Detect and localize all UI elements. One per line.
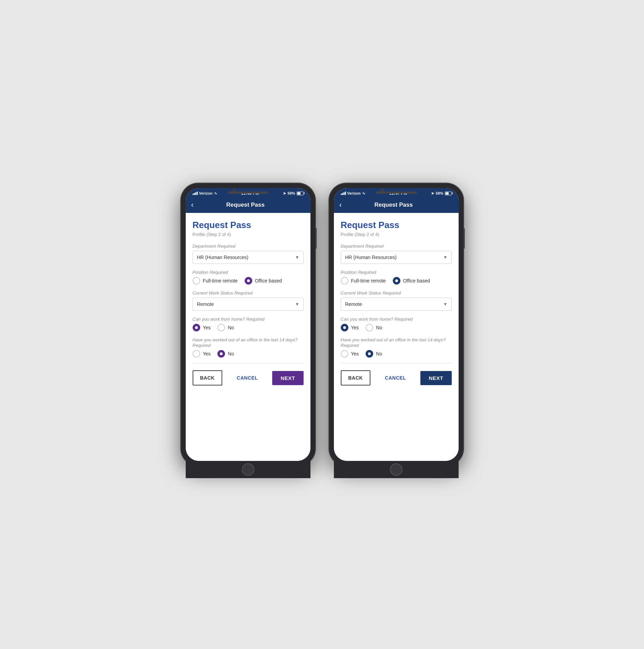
phone-1: Verizon ∿ 11:48 PM ➤ 59% ‹ Request Pass	[181, 183, 315, 466]
battery-fill-2	[446, 192, 449, 195]
button-row-2: BACK CANCEL NEXT	[341, 369, 452, 385]
page-title-1: Request Pass	[193, 220, 304, 230]
status-right-2: ➤ 59%	[431, 191, 451, 196]
screen-2: Verizon ∿ 11:47 PM ➤ 59% ‹ Request Pass	[334, 188, 459, 461]
battery-percent-1: 59%	[287, 191, 295, 195]
back-nav-button-1[interactable]: ‹	[191, 200, 194, 209]
position-radio-group-1: Full-time remote Office based	[193, 277, 304, 285]
position-office-radio-2[interactable]	[393, 277, 400, 285]
back-button-1[interactable]: BACK	[193, 370, 222, 385]
position-remote-option-1[interactable]: Full-time remote	[193, 277, 238, 285]
position-remote-radio-1[interactable]	[193, 277, 200, 285]
wfh-radio-group-1: Yes No	[193, 324, 304, 331]
position-remote-label-1: Full-time remote	[203, 278, 238, 284]
office14-yes-radio-1[interactable]	[193, 350, 200, 358]
wfh-yes-label-2: Yes	[351, 325, 359, 330]
position-remote-option-2[interactable]: Full-time remote	[341, 277, 386, 285]
position-radio-group-2: Full-time remote Office based	[341, 277, 452, 285]
wfh-yes-option-2[interactable]: Yes	[341, 324, 359, 331]
office14-yes-option-2[interactable]: Yes	[341, 350, 359, 358]
office14-yes-label-2: Yes	[351, 351, 359, 357]
button-row-1: BACK CANCEL NEXT	[193, 369, 304, 385]
wifi-icon-1: ∿	[214, 191, 217, 196]
office14-no-radio-2[interactable]	[366, 350, 373, 358]
nav-title-2: Request Pass	[345, 202, 442, 208]
wfh-yes-radio-1[interactable]	[193, 324, 200, 331]
nav-bar-2: ‹ Request Pass	[334, 197, 459, 213]
office14-no-radio-1[interactable]	[217, 350, 225, 358]
carrier-1: Verizon	[199, 191, 213, 195]
wfh-radio-group-2: Yes No	[341, 324, 452, 331]
office14-yes-radio-2[interactable]	[341, 350, 348, 358]
wfh-yes-label-1: Yes	[203, 325, 211, 330]
phones-container: Verizon ∿ 11:48 PM ➤ 59% ‹ Request Pass	[181, 183, 463, 466]
home-button-2[interactable]	[390, 463, 402, 476]
position-office-label-2: Office based	[403, 278, 430, 284]
dept-select-wrapper-2: HR (Human Resources) ▼	[341, 251, 452, 264]
position-remote-radio-2[interactable]	[341, 277, 348, 285]
status-left-2: Verizon ∿	[341, 191, 365, 196]
position-office-option-2[interactable]: Office based	[393, 277, 430, 285]
wfh-no-radio-1[interactable]	[217, 324, 225, 331]
page-subtitle-1: Profile (Step 2 of 4)	[193, 232, 304, 237]
office14-label-1: Have you worked out of an office in the …	[193, 337, 304, 348]
position-label-2: Position Required	[341, 269, 452, 275]
workstatus-label-2: Current Work Status Required	[341, 290, 452, 296]
office14-no-option-1[interactable]: No	[217, 350, 234, 358]
battery-icon-2	[445, 192, 452, 195]
office14-label-2: Have you worked out of an office in the …	[341, 337, 452, 348]
workstatus-select-1[interactable]: Remote	[193, 298, 304, 311]
office14-no-label-1: No	[228, 351, 234, 357]
position-label-1: Position Required	[193, 269, 304, 275]
phone-2: Verizon ∿ 11:47 PM ➤ 59% ‹ Request Pass	[329, 183, 463, 466]
status-left-1: Verizon ∿	[193, 191, 217, 196]
status-bar-2: Verizon ∿ 11:47 PM ➤ 59%	[334, 188, 459, 197]
battery-icon-1	[297, 192, 304, 195]
location-icon-1: ➤	[283, 191, 286, 196]
office14-no-label-2: No	[376, 351, 382, 357]
back-button-2[interactable]: BACK	[341, 370, 370, 385]
office14-radio-group-1: Yes No	[193, 350, 304, 358]
position-office-label-1: Office based	[255, 278, 282, 284]
nav-title-1: Request Pass	[197, 202, 294, 208]
office14-yes-option-1[interactable]: Yes	[193, 350, 211, 358]
wfh-label-1: Can you work from home? Required	[193, 316, 304, 322]
office14-yes-label-1: Yes	[203, 351, 211, 357]
wfh-yes-option-1[interactable]: Yes	[193, 324, 211, 331]
dept-select-1[interactable]: HR (Human Resources)	[193, 251, 304, 264]
dept-label-1: Department Required	[193, 243, 304, 249]
wfh-no-option-1[interactable]: No	[217, 324, 234, 331]
time-2: 11:47 PM	[389, 191, 407, 196]
wfh-yes-radio-2[interactable]	[341, 324, 348, 331]
page-title-2: Request Pass	[341, 220, 452, 230]
signal-icon-2	[341, 192, 346, 195]
camera-2	[381, 189, 384, 192]
camera-1	[233, 189, 236, 192]
workstatus-select-wrapper-1: Remote ▼	[193, 298, 304, 311]
home-area-2	[334, 461, 459, 478]
position-office-option-1[interactable]: Office based	[245, 277, 282, 285]
dept-label-2: Department Required	[341, 243, 452, 249]
position-office-radio-1[interactable]	[245, 277, 252, 285]
divider-1	[193, 363, 304, 363]
office14-no-option-2[interactable]: No	[366, 350, 382, 358]
cancel-button-1[interactable]: CANCEL	[226, 371, 269, 385]
screen-content-2: Request Pass Profile (Step 2 of 4) Depar…	[334, 213, 459, 461]
wfh-label-2: Can you work from home? Required	[341, 316, 452, 322]
page-subtitle-2: Profile (Step 2 of 4)	[341, 232, 452, 237]
signal-icon-1	[193, 192, 198, 195]
wfh-no-option-2[interactable]: No	[366, 324, 382, 331]
workstatus-select-2[interactable]: Remote	[341, 298, 452, 311]
cancel-button-2[interactable]: CANCEL	[374, 371, 417, 385]
location-icon-2: ➤	[431, 191, 434, 196]
home-area-1	[186, 461, 310, 478]
wfh-no-radio-2[interactable]	[366, 324, 373, 331]
screen-1: Verizon ∿ 11:48 PM ➤ 59% ‹ Request Pass	[186, 188, 310, 461]
next-button-1[interactable]: NEXT	[272, 371, 303, 385]
back-nav-button-2[interactable]: ‹	[339, 200, 342, 209]
wfh-no-label-1: No	[228, 325, 234, 330]
next-button-2[interactable]: NEXT	[420, 371, 451, 385]
dept-select-2[interactable]: HR (Human Resources)	[341, 251, 452, 264]
home-button-1[interactable]	[242, 463, 254, 476]
time-1: 11:48 PM	[241, 191, 259, 196]
